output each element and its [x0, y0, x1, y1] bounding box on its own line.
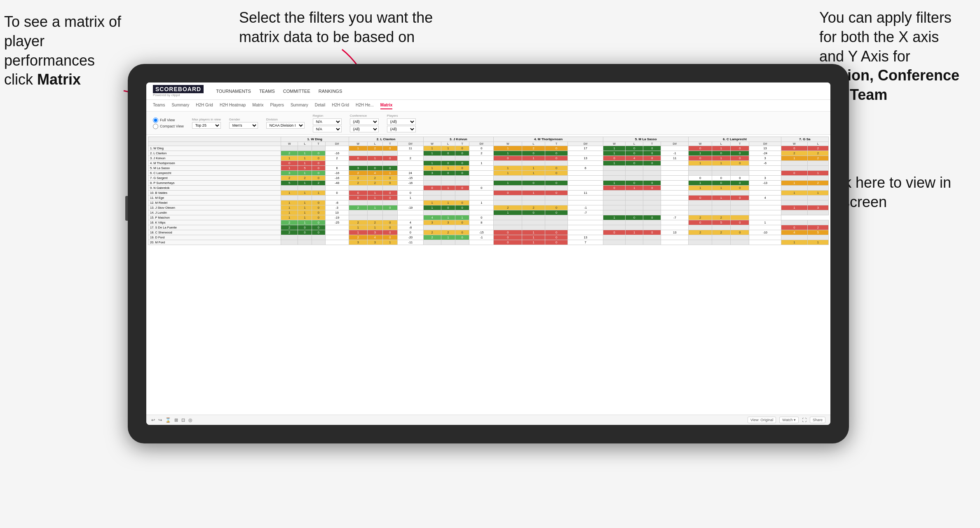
sh-d5: Dif: [661, 142, 689, 146]
matrix-cell: 0: [469, 186, 494, 191]
matrix-cell: 1: [689, 181, 712, 186]
matrix-cell: [781, 186, 807, 191]
matrix-cell: [603, 166, 626, 171]
view-original-btn[interactable]: View: Original: [748, 417, 776, 423]
matrix-cell: [325, 196, 349, 200]
matrix-cell: 0: [298, 225, 312, 230]
matrix-cell: [398, 151, 423, 156]
matrix-cell: [643, 210, 661, 215]
layout-icon[interactable]: ⊡: [181, 417, 185, 423]
matrix-cell: [423, 210, 441, 215]
matrix-cell: 1: [781, 181, 807, 186]
matrix-cell: 0: [368, 166, 382, 171]
matrix-cell: 2: [368, 181, 382, 186]
matrix-header-name: [148, 137, 281, 142]
sub-nav-detail[interactable]: Detail: [315, 101, 326, 109]
matrix-cell: 3: [281, 171, 298, 176]
full-view-radio[interactable]: Full View: [153, 118, 184, 123]
matrix-cell: [807, 235, 828, 240]
matrix-cell: 1: [298, 171, 312, 176]
matrix-content[interactable]: 1. W Ding 2. L Clanton 3. J Koivun 4. M …: [146, 135, 830, 415]
matrix-col-5: 5. M La Sasso: [603, 137, 689, 142]
history-icon[interactable]: ⌛: [165, 417, 171, 423]
sub-nav-summary-2[interactable]: Summary: [291, 101, 308, 109]
target-icon[interactable]: ◎: [188, 417, 192, 423]
share-btn[interactable]: Share: [810, 417, 825, 423]
matrix-cell: 0: [643, 215, 661, 220]
screen-icon[interactable]: ⛶: [802, 417, 807, 422]
max-players-select[interactable]: Top 25: [192, 122, 221, 129]
compact-view-input[interactable]: [153, 124, 158, 129]
matrix-cell: [455, 156, 469, 161]
player-name-cell: 3. J Koivun: [148, 156, 281, 161]
matrix-cell: [626, 205, 643, 210]
matrix-cell: 1: [469, 161, 494, 166]
matrix-cell: -16: [325, 171, 349, 176]
matrix-cell: 1: [494, 146, 522, 151]
matrix-cell: [781, 161, 807, 166]
matrix-cell: [603, 205, 626, 210]
matrix-cell: [661, 166, 689, 171]
matrix-cell: 1: [298, 161, 312, 166]
redo-icon[interactable]: ↪: [158, 417, 162, 423]
matrix-cell: 0: [325, 191, 349, 196]
matrix-cell: [312, 240, 325, 245]
matrix-cell: 0: [643, 151, 661, 156]
matrix-cell: 1: [522, 240, 545, 245]
matrix-cell: [469, 181, 494, 186]
matrix-cell: 1: [522, 235, 545, 240]
sub-nav-teams[interactable]: Teams: [153, 101, 165, 109]
matrix-cell: [603, 235, 626, 240]
gender-select[interactable]: Men's: [229, 122, 258, 129]
matrix-cell: 2: [349, 171, 368, 176]
matrix-cell: 0: [382, 230, 397, 235]
players-select-2[interactable]: (All): [387, 126, 416, 132]
matrix-cell: [781, 176, 807, 181]
matrix-cell: 0: [712, 176, 730, 181]
sub-nav-h2h-heatmap[interactable]: H2H Heatmap: [220, 101, 246, 109]
full-view-input[interactable]: [153, 118, 158, 123]
compact-view-radio[interactable]: Compact View: [153, 124, 184, 129]
sub-nav-h2h-grid[interactable]: H2H Grid: [196, 101, 213, 109]
sh-t5: T: [643, 142, 661, 146]
conference-select-1[interactable]: (All): [350, 118, 379, 125]
matrix-cell: 1: [298, 220, 312, 225]
matrix-cell: 1: [689, 161, 712, 166]
matrix-cell: [712, 225, 730, 230]
nav-item-tournaments[interactable]: TOURNAMENTS: [216, 88, 251, 94]
matrix-cell: 2: [325, 156, 349, 161]
sub-nav-h2h-he[interactable]: H2H He...: [356, 101, 374, 109]
matrix-cell: [455, 196, 469, 200]
nav-item-teams[interactable]: TEAMS: [259, 88, 275, 94]
players-select-1[interactable]: (All): [387, 118, 416, 125]
matrix-cell: [603, 225, 626, 230]
region-select-2[interactable]: N/A: [313, 126, 342, 132]
sub-nav-players[interactable]: Players: [270, 101, 284, 109]
nav-item-committee[interactable]: COMMITTEE: [283, 88, 310, 94]
matrix-cell: [281, 196, 298, 200]
undo-icon[interactable]: ↩: [151, 417, 155, 423]
matrix-cell: 17: [568, 146, 603, 151]
nav-item-rankings[interactable]: RANKINGS: [319, 88, 342, 94]
player-name-cell: 14. J Lundin: [148, 210, 281, 215]
conference-select-2[interactable]: (All): [350, 126, 379, 132]
sub-nav-h2h-grid-2[interactable]: H2H Grid: [332, 101, 349, 109]
matrix-cell: 0: [643, 186, 661, 191]
sub-nav-summary[interactable]: Summary: [171, 101, 189, 109]
matrix-cell: -3: [325, 205, 349, 210]
sub-nav-matrix-active[interactable]: Matrix: [380, 101, 392, 109]
division-select[interactable]: NCAA Division I: [266, 122, 305, 129]
matrix-cell: 0: [312, 230, 325, 235]
region-select-1[interactable]: N/A: [313, 118, 342, 125]
watch-btn[interactable]: Watch ▾: [779, 417, 799, 423]
sh-t4: T: [545, 142, 567, 146]
sh-d2: Dif: [398, 142, 423, 146]
matrix-cell: [441, 225, 455, 230]
matrix-col-7: 7. G Sa: [781, 137, 828, 142]
grid-icon[interactable]: ⊞: [174, 417, 178, 423]
matrix-cell: 0: [643, 156, 661, 161]
sh-l7: L: [807, 142, 828, 146]
matrix-cell: 0: [712, 181, 730, 186]
sub-nav-matrix-1[interactable]: Matrix: [252, 101, 263, 109]
matrix-cell: 2: [349, 220, 368, 225]
